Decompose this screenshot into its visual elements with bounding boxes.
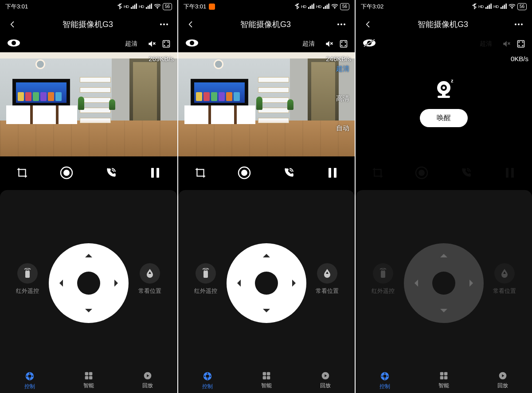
svg-point-60 (207, 378, 208, 380)
signal-icon (323, 4, 329, 10)
fullscreen-button[interactable] (517, 40, 525, 48)
ir-remote-label: 红外遥控 (372, 287, 395, 295)
replay-tab-icon (321, 371, 330, 380)
svg-rect-0 (131, 7, 132, 9)
tab-smart-label: 智能 (261, 382, 272, 389)
video-viewport[interactable]: 246KB/s 超清 高清 自动 (178, 52, 355, 156)
tab-control[interactable]: 控制 (379, 371, 390, 390)
mute-button[interactable] (325, 39, 333, 48)
more-button[interactable] (336, 19, 347, 30)
pause-button[interactable] (322, 162, 343, 183)
svg-rect-51 (197, 169, 203, 176)
back-button[interactable] (364, 20, 372, 29)
svg-rect-70 (489, 4, 490, 9)
replay-tab-icon (498, 371, 507, 380)
joystick-center (432, 272, 455, 295)
ir-remote-button[interactable]: 红外遥控 (194, 263, 217, 295)
svg-rect-68 (485, 7, 487, 9)
privacy-eye-button[interactable] (185, 39, 199, 49)
resolution-menu: 超清 高清 自动 (332, 64, 355, 133)
quality-button[interactable]: 超清 (121, 38, 141, 50)
joystick-down[interactable] (85, 309, 92, 316)
app-indicator-icon (209, 4, 215, 10)
more-button[interactable] (513, 19, 524, 30)
joystick-right[interactable] (292, 280, 299, 287)
svg-rect-75 (505, 4, 507, 9)
clock-text: 下午3:01 (184, 3, 206, 11)
phone-screen-1: 下午3:01 HD HD 56 智能摄像机G3 超清 (177, 0, 355, 393)
svg-point-61 (204, 376, 206, 377)
tab-smart[interactable]: 智能 (261, 371, 272, 390)
joystick-right[interactable] (114, 280, 121, 287)
joystick-up[interactable] (85, 250, 92, 257)
svg-rect-1 (133, 6, 134, 9)
svg-point-78 (518, 23, 520, 25)
svg-point-59 (207, 373, 208, 374)
bluetooth-icon (472, 3, 477, 11)
ptz-joystick[interactable] (49, 243, 129, 323)
preset-position-button[interactable]: 常看位置 (138, 263, 161, 295)
mute-button[interactable] (147, 39, 156, 48)
ptz-joystick[interactable] (227, 243, 306, 323)
remote-icon (196, 263, 216, 284)
tab-smart-label: 智能 (83, 382, 94, 389)
joystick-down[interactable] (263, 309, 270, 316)
svg-rect-31 (85, 376, 89, 380)
tab-replay[interactable]: 回放 (142, 371, 153, 390)
video-viewport[interactable]: 269KB/s (0, 52, 177, 156)
fullscreen-button[interactable] (340, 40, 348, 48)
call-button[interactable] (278, 162, 299, 183)
pause-button[interactable] (145, 162, 166, 183)
ir-remote-label: 红外遥控 (16, 287, 39, 295)
tab-smart[interactable]: 智能 (83, 371, 94, 390)
video-viewport[interactable]: z 唤醒 0KB/s (356, 52, 532, 156)
video-toolbar: 超清 (356, 35, 532, 52)
more-button[interactable] (159, 19, 169, 30)
svg-rect-22 (25, 271, 30, 278)
preset-position-button[interactable]: 常看位置 (316, 263, 339, 295)
svg-rect-17 (19, 169, 25, 176)
resolution-option-uhd[interactable]: 超清 (332, 64, 353, 74)
svg-rect-63 (263, 372, 266, 376)
svg-point-62 (210, 376, 211, 377)
joystick-up[interactable] (263, 250, 270, 257)
ir-remote-button: 红外遥控 (372, 263, 395, 295)
privacy-eye-button[interactable] (363, 39, 376, 49)
svg-point-103 (382, 376, 383, 377)
svg-rect-5 (148, 6, 149, 9)
svg-rect-108 (444, 376, 448, 380)
ptz-joystick (404, 243, 484, 323)
svg-rect-107 (440, 376, 444, 380)
svg-point-47 (190, 41, 194, 45)
joystick-left[interactable] (56, 280, 63, 287)
tab-control-label: 控制 (202, 383, 213, 390)
back-button[interactable] (8, 20, 17, 29)
smart-tab-icon (262, 371, 271, 380)
screenshot-button[interactable] (190, 162, 211, 183)
signal-icon (485, 4, 492, 10)
joystick-left[interactable] (234, 280, 241, 287)
quality-button[interactable]: 超清 (299, 38, 318, 50)
fullscreen-button[interactable] (162, 40, 170, 48)
resolution-option-hd[interactable]: 高清 (332, 93, 353, 104)
wifi-icon (331, 4, 338, 10)
wake-button[interactable]: 唤醒 (420, 109, 468, 127)
tab-replay[interactable]: 回放 (320, 371, 331, 390)
svg-rect-39 (325, 6, 326, 9)
screenshot-button[interactable] (12, 162, 33, 183)
tab-control[interactable]: 控制 (202, 371, 213, 390)
privacy-eye-button[interactable] (7, 39, 20, 49)
tab-control[interactable]: 控制 (24, 371, 35, 390)
bluetooth-icon (117, 3, 122, 11)
tab-smart[interactable]: 智能 (438, 371, 449, 390)
call-button[interactable] (100, 162, 121, 183)
tab-replay[interactable]: 回放 (497, 371, 508, 390)
svg-point-89 (442, 86, 445, 89)
record-button[interactable] (56, 162, 77, 183)
record-button[interactable] (234, 162, 255, 183)
back-button[interactable] (186, 20, 195, 29)
resolution-option-auto[interactable]: 自动 (332, 123, 353, 133)
page-title: 智能摄像机G3 (63, 19, 113, 30)
ir-remote-button[interactable]: 红外遥控 (16, 263, 39, 295)
clock-text: 下午3:02 (361, 3, 383, 11)
